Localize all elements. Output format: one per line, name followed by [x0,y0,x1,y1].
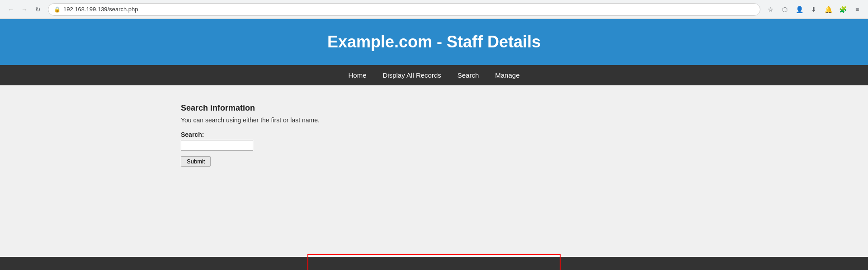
nav-bar: Home Display All Records Search Manage [0,65,868,85]
puzzle-icon[interactable]: 🧩 [837,4,848,15]
address-bar[interactable]: 🔒 192.168.199.139/search.php [48,3,760,16]
notification-icon[interactable]: 🔔 [823,4,834,15]
nav-item-home[interactable]: Home [340,65,375,85]
page-title: Example.com - Staff Details [9,33,859,51]
search-input[interactable] [181,140,253,151]
bookmark-icon[interactable]: ☆ [765,4,776,15]
nav-buttons: ← → ↻ [5,4,43,15]
back-icon: ← [8,6,14,13]
forward-icon: → [21,6,28,13]
red-box-overlay [307,254,561,270]
forward-button[interactable]: → [19,4,30,15]
search-description: You can search using either the first or… [181,116,320,124]
profile-icon[interactable]: 👤 [794,4,805,15]
page-header: Example.com - Staff Details [0,19,868,65]
nav-item-manage[interactable]: Manage [487,65,528,85]
browser-chrome: ← → ↻ 🔒 192.168.199.139/search.php ☆ ⬡ 👤… [0,0,868,19]
download-icon[interactable]: ⬇ [808,4,819,15]
submit-button[interactable]: Submit [181,156,211,167]
page-wrapper: Example.com - Staff Details Home Display… [0,19,868,270]
main-content: Search information You can search using … [0,85,868,257]
back-button[interactable]: ← [5,4,16,15]
main-nav: Home Display All Records Search Manage [340,65,528,85]
url-text: 192.168.199.139/search.php [63,6,755,13]
footer-bar: CSDN @只惠摸鱼 [0,257,868,270]
browser-actions: ☆ ⬡ 👤 ⬇ 🔔 🧩 ≡ [765,4,863,15]
refresh-icon: ↻ [35,6,41,13]
search-label: Search: [181,131,320,138]
search-section: Search information You can search using … [181,103,320,167]
security-icons: 🔒 [54,6,61,13]
extensions-icon[interactable]: ⬡ [779,4,790,15]
menu-icon[interactable]: ≡ [852,4,863,15]
nav-item-search[interactable]: Search [449,65,487,85]
refresh-button[interactable]: ↻ [33,4,43,15]
nav-item-display-all[interactable]: Display All Records [375,65,449,85]
lock-icon: 🔒 [54,6,61,13]
section-title: Search information [181,103,320,113]
